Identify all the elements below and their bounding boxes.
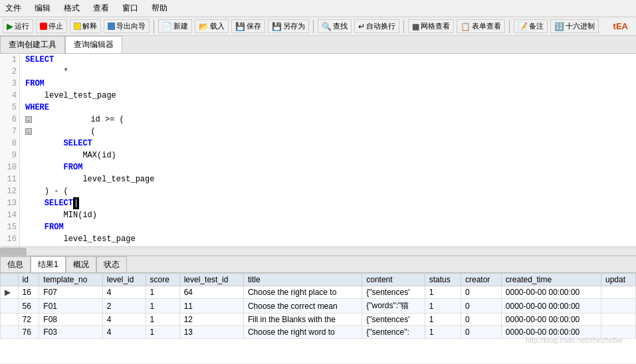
row-indicator xyxy=(1,299,19,314)
table-row[interactable]: ▶16F074164Choose the right place to{"sen… xyxy=(1,286,636,299)
code-line-15: FROM xyxy=(25,221,631,233)
tab-overview[interactable]: 概况 xyxy=(66,256,96,272)
tab-query-builder[interactable]: 查询创建工具 xyxy=(0,36,65,53)
menu-view[interactable]: 查看 xyxy=(90,1,112,15)
table-cell: 12 xyxy=(179,314,243,326)
code-line-6: - id >= ( xyxy=(25,114,631,126)
table-cell: 0000-00-00 00:00:00 xyxy=(501,326,601,339)
export-icon xyxy=(108,23,115,30)
run-button[interactable]: ▶ 运行 xyxy=(3,19,33,33)
code-line-16: level_test_page xyxy=(25,233,631,245)
menu-window[interactable]: 窗口 xyxy=(120,1,141,15)
autowrap-button[interactable]: ↵ 自动换行 xyxy=(354,19,399,33)
form-icon: 📋 xyxy=(461,22,471,31)
table-row[interactable]: 56F012111Choose the correct mean{"words"… xyxy=(1,299,636,314)
table-cell: 0000-00-00 00:00:00 xyxy=(501,299,601,314)
editor-scrollbar[interactable] xyxy=(0,246,636,256)
col-template-no[interactable]: template_no xyxy=(39,274,102,286)
table-cell: 72 xyxy=(18,314,39,326)
col-indicator xyxy=(1,274,19,286)
table-row[interactable]: 76F034113Choose the right word to{"sente… xyxy=(1,326,636,339)
table-cell: 4 xyxy=(102,286,146,299)
export-button[interactable]: 导出向导 xyxy=(104,19,150,33)
table-cell: 1 xyxy=(425,299,461,314)
code-editor[interactable]: 12345 678910 1112131415 1617 SELECT * FR… xyxy=(0,54,636,246)
col-status[interactable]: status xyxy=(425,274,461,286)
fold-icon-7[interactable]: - xyxy=(25,128,32,135)
table-cell: 0 xyxy=(461,314,502,326)
separator-3 xyxy=(403,20,404,33)
note-icon: 📝 xyxy=(518,22,528,31)
separator-2 xyxy=(313,20,314,33)
col-score[interactable]: score xyxy=(146,274,179,286)
col-content[interactable]: content xyxy=(362,274,425,286)
col-title[interactable]: title xyxy=(243,274,362,286)
col-creator[interactable]: creator xyxy=(461,274,502,286)
table-cell: F08 xyxy=(39,314,102,326)
find-button[interactable]: 🔍 查找 xyxy=(318,19,352,33)
grid-view-button[interactable]: ▦ 网格查看 xyxy=(408,19,454,33)
code-content: SELECT * FROM level_test_page WHERE - id… xyxy=(20,54,636,246)
tab-query-editor[interactable]: 查询编辑器 xyxy=(65,36,122,53)
form-view-button[interactable]: 📋 表单查看 xyxy=(457,19,505,33)
load-icon: 📂 xyxy=(199,22,209,31)
table-cell: 11 xyxy=(179,299,243,314)
table-cell: F03 xyxy=(39,326,102,339)
table-cell: F07 xyxy=(39,286,102,299)
tab-status[interactable]: 状态 xyxy=(96,256,127,272)
table-cell: 1 xyxy=(425,314,461,326)
save-icon: 💾 xyxy=(235,22,245,31)
table-cell: 1 xyxy=(146,326,179,339)
code-line-3: FROM xyxy=(25,78,631,90)
save-button[interactable]: 💾 保存 xyxy=(231,19,265,33)
code-line-9: MAX(id) xyxy=(25,149,631,161)
col-level-id[interactable]: level_id xyxy=(102,274,146,286)
table-cell: 1 xyxy=(146,299,179,314)
note-button[interactable]: 📝 备注 xyxy=(514,19,548,33)
row-indicator xyxy=(1,326,19,339)
explain-button[interactable]: 解释 xyxy=(70,19,101,33)
menu-file[interactable]: 文件 xyxy=(3,1,24,15)
saveas-button[interactable]: 💾 另存为 xyxy=(268,19,309,33)
table-cell: 64 xyxy=(179,286,243,299)
menu-format[interactable]: 格式 xyxy=(61,1,82,15)
new-button[interactable]: 📄 新建 xyxy=(158,19,192,33)
table-cell: 16 xyxy=(18,286,39,299)
load-button[interactable]: 📂 载入 xyxy=(195,19,229,33)
table-cell: 4 xyxy=(102,314,146,326)
table-cell: 76 xyxy=(18,326,39,339)
code-line-11: level_test_page xyxy=(25,173,631,185)
menu-help[interactable]: 帮助 xyxy=(149,1,170,15)
table-cell xyxy=(601,299,635,314)
find-icon: 🔍 xyxy=(322,22,332,31)
table-row[interactable]: 72F084112Fill in the Blanks with the{"se… xyxy=(1,314,636,326)
col-level-test-id[interactable]: level_test_id xyxy=(179,274,243,286)
code-line-8: SELECT xyxy=(25,137,631,149)
autowrap-icon: ↵ xyxy=(358,22,365,31)
results-table: id template_no level_id score level_test… xyxy=(0,273,636,339)
code-line-12: ) - ( xyxy=(25,185,631,197)
code-line-10: FROM xyxy=(25,161,631,173)
stop-icon xyxy=(40,23,47,30)
main-area: 12345 678910 1112131415 1617 SELECT * FR… xyxy=(0,54,636,363)
table-cell: {"sentences' xyxy=(362,286,425,299)
hex-button[interactable]: 🔢 十六进制 xyxy=(550,19,599,33)
row-indicator xyxy=(1,314,19,326)
col-created-time[interactable]: created_time xyxy=(501,274,601,286)
code-line-2: * xyxy=(25,66,631,78)
fold-icon-6[interactable]: - xyxy=(25,116,32,123)
code-line-14: MIN(id) xyxy=(25,209,631,221)
col-id[interactable]: id xyxy=(18,274,39,286)
tab-info[interactable]: 信息 xyxy=(0,256,31,272)
table-cell: 0 xyxy=(461,299,502,314)
menu-edit[interactable]: 编辑 xyxy=(32,1,53,15)
table-cell: Choose the right word to xyxy=(243,326,362,339)
table-cell: {"sentence": xyxy=(362,326,425,339)
tab-results1[interactable]: 结果1 xyxy=(31,256,66,272)
table-cell: 56 xyxy=(18,299,39,314)
results-table-wrap[interactable]: id template_no level_id score level_test… xyxy=(0,273,636,363)
stop-button[interactable]: 停止 xyxy=(36,19,67,33)
col-update[interactable]: updat xyxy=(601,274,635,286)
new-icon: 📄 xyxy=(162,22,172,31)
table-cell: 4 xyxy=(102,326,146,339)
